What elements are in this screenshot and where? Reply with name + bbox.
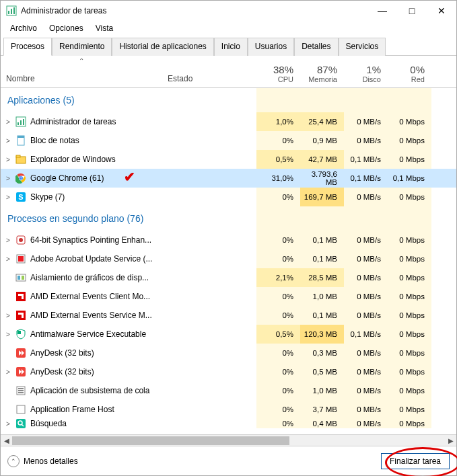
tab[interactable]: Servicios <box>339 38 386 56</box>
scrollbar-thumb[interactable] <box>12 436 289 445</box>
process-name: Bloc de notas <box>30 136 79 145</box>
column-disk[interactable]: 1% Disco <box>344 56 388 87</box>
end-task-button[interactable]: Finalizar tarea <box>381 453 450 469</box>
disk-cell: 0 MB/s <box>344 381 388 400</box>
process-row[interactable]: >64-bit Synaptics Pointing Enhan...0%0,1… <box>1 231 456 249</box>
tab[interactable]: Usuarios <box>248 38 294 56</box>
process-row[interactable]: >AnyDesk (32 bits)0%0,5 MB0 MB/s0 Mbps <box>1 362 456 381</box>
expand-icon[interactable]: > <box>2 156 14 163</box>
memory-cell: 3.793,6 MB <box>300 169 344 188</box>
disk-cell: 0,1 MB/s <box>344 150 388 169</box>
process-row[interactable]: AMD External Events Client Mo...0%1,0 MB… <box>1 287 456 306</box>
cpu-cell: 0% <box>256 419 300 428</box>
expand-icon[interactable]: > <box>2 368 14 376</box>
minimize-button[interactable]: ― <box>367 1 397 21</box>
column-network[interactable]: 0% Red <box>388 56 431 87</box>
tab[interactable]: Inicio <box>214 38 248 56</box>
menu-item[interactable]: Archivo <box>5 22 42 34</box>
process-icon <box>15 291 26 302</box>
process-name: Explorador de Windows <box>30 155 116 164</box>
process-icon <box>15 404 26 415</box>
process-icon <box>15 418 26 429</box>
tab[interactable]: Procesos <box>3 38 52 56</box>
network-cell: 0 Mbps <box>388 400 431 419</box>
process-icon <box>15 116 26 127</box>
memory-cell: 0,5 MB <box>300 362 344 381</box>
disk-cell: 0,1 MB/s <box>344 325 388 344</box>
network-cell: 0 Mbps <box>388 362 431 381</box>
process-row[interactable]: >Antimalware Service Executable0,5%120,3… <box>1 325 456 344</box>
disk-cell: 0 MB/s <box>344 306 388 325</box>
process-row[interactable]: >AMD External Events Service M...0%0,1 M… <box>1 306 456 325</box>
disk-cell: 0 MB/s <box>344 112 388 131</box>
process-row[interactable]: >Google Chrome (61)✔31,0%3.793,6 MB0,1 M… <box>1 169 456 188</box>
disk-label: Disco <box>345 75 381 83</box>
expand-icon[interactable]: > <box>2 137 14 145</box>
network-cell: 0 Mbps <box>388 268 431 287</box>
column-name[interactable]: ⌃ Nombre <box>1 56 162 87</box>
tab[interactable]: Historial de aplicaciones <box>112 38 213 56</box>
column-status[interactable]: Estado <box>162 56 256 87</box>
menu-bar: ArchivoOpcionesVista <box>1 21 456 37</box>
process-list[interactable]: Aplicaciones (5)>Administrador de tareas… <box>1 88 456 434</box>
scroll-right-icon[interactable]: ▶ <box>445 435 456 446</box>
scroll-left-icon[interactable]: ◀ <box>1 435 12 446</box>
chevron-up-icon: ⌃ <box>7 455 20 467</box>
expand-icon[interactable]: > <box>2 420 14 428</box>
expand-icon[interactable]: > <box>2 175 14 182</box>
expand-icon[interactable]: > <box>2 255 14 263</box>
svg-rect-1 <box>8 11 9 14</box>
column-name-label: Nombre <box>6 74 157 83</box>
menu-item[interactable]: Vista <box>90 22 118 34</box>
close-button[interactable]: ✕ <box>427 1 456 21</box>
process-row[interactable]: >Explorador de Windows0,5%42,7 MB0,1 MB/… <box>1 150 456 169</box>
expand-icon[interactable]: > <box>2 312 14 319</box>
column-cpu[interactable]: 38% CPU <box>256 56 300 87</box>
memory-cell: 169,7 MB <box>300 188 344 206</box>
disk-percent: 1% <box>345 64 381 75</box>
process-row[interactable]: >Bloc de notas0%0,9 MB0 MB/s0 Mbps <box>1 131 456 150</box>
column-memory[interactable]: 87% Memoria <box>300 56 344 87</box>
memory-cell: 1,0 MB <box>300 287 344 306</box>
disk-cell: 0 MB/s <box>344 400 388 419</box>
memory-cell: 120,3 MB <box>300 325 344 344</box>
svg-point-15 <box>20 177 22 180</box>
process-row[interactable]: >Búsqueda0%0,4 MB0 MB/s0 Mbps <box>1 419 456 428</box>
menu-item[interactable]: Opciones <box>44 22 89 34</box>
svg-rect-11 <box>16 155 20 157</box>
horizontal-scrollbar[interactable]: ◀ ▶ <box>1 434 456 446</box>
process-icon <box>15 253 26 264</box>
network-cell: 0 Mbps <box>388 306 431 325</box>
maximize-button[interactable]: □ <box>397 1 427 21</box>
process-row[interactable]: AnyDesk (32 bits)0%0,3 MB0 MB/s0 Mbps <box>1 344 456 362</box>
process-row[interactable]: >Adobe Acrobat Update Service (...0%0,1 … <box>1 249 456 268</box>
process-row[interactable]: >SSkype (7)0%169,7 MB0 MB/s0 Mbps <box>1 188 456 206</box>
tab[interactable]: Detalles <box>294 38 338 56</box>
svg-rect-9 <box>17 136 24 138</box>
process-name: AMD External Events Client Mo... <box>30 292 150 301</box>
process-row[interactable]: >Administrador de tareas1,0%25,4 MB0 MB/… <box>1 112 456 131</box>
tab[interactable]: Rendimiento <box>52 38 112 56</box>
network-label: Red <box>389 75 425 83</box>
process-row[interactable]: Aplicación de subsistema de cola0%1,0 MB… <box>1 381 456 400</box>
network-cell: 0 Mbps <box>388 188 431 206</box>
fewer-details-button[interactable]: ⌃ Menos detalles <box>7 455 78 467</box>
expand-icon[interactable]: > <box>2 331 14 338</box>
column-headers: ⌃ Nombre Estado 38% CPU 87% Memoria 1% D… <box>1 56 456 88</box>
svg-rect-34 <box>17 405 25 413</box>
expand-icon[interactable]: > <box>2 194 14 201</box>
process-row[interactable]: Application Frame Host0%3,7 MB0 MB/s0 Mb… <box>1 400 456 419</box>
network-cell: 0 Mbps <box>388 249 431 268</box>
svg-rect-25 <box>16 292 26 301</box>
group-header: Aplicaciones (5) <box>1 88 456 112</box>
process-name: Google Chrome (61) <box>30 173 104 183</box>
svg-rect-2 <box>11 9 12 14</box>
disk-cell: 0 MB/s <box>344 268 388 287</box>
expand-icon[interactable]: > <box>2 237 14 244</box>
process-name: Aplicación de subsistema de cola <box>30 386 149 395</box>
memory-cell: 0,3 MB <box>300 344 344 362</box>
process-icon <box>15 272 26 283</box>
expand-icon[interactable]: > <box>2 118 14 126</box>
svg-text:S: S <box>18 193 23 201</box>
process-row[interactable]: Aislamiento de gráficos de disp...2,1%28… <box>1 268 456 287</box>
